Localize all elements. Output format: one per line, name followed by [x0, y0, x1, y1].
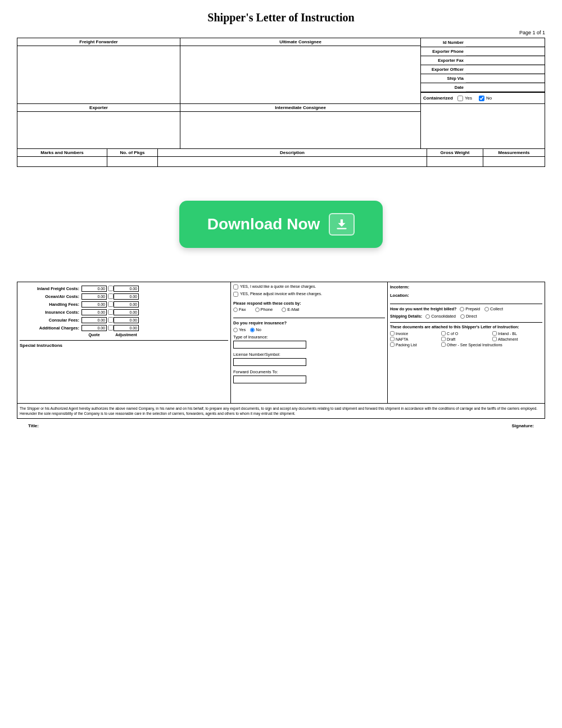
col-marks: Marks and Numbers — [17, 149, 107, 157]
fax-option[interactable]: Fax — [233, 307, 246, 312]
inland-freight-row: Inland Freight Costs: — [20, 284, 228, 292]
ins-yes-label: Yes — [239, 327, 246, 332]
freight-billed-label: How do you want the freight billed? — [390, 307, 456, 311]
additional-charges-row: Additional Charges: — [20, 324, 228, 332]
inland-quote-input[interactable] — [81, 286, 107, 292]
ocean-checkbox[interactable] — [108, 293, 114, 299]
consular-quote-input[interactable] — [81, 317, 107, 323]
exporter-phone-row: Exporter Phone — [421, 47, 545, 56]
invoice-checkbox[interactable] — [390, 331, 395, 336]
yes-option[interactable]: Yes — [457, 96, 472, 101]
invoice-item[interactable]: Invoice — [390, 331, 440, 336]
draft-label: Draft — [447, 337, 455, 341]
additional-quote-input[interactable] — [81, 325, 107, 331]
ocean-quote-input[interactable] — [81, 293, 107, 300]
signature-row: Title: Signature: — [17, 419, 545, 433]
ocean-adj-input[interactable] — [114, 293, 139, 300]
no-checkbox[interactable] — [479, 96, 484, 101]
download-icon — [329, 213, 355, 236]
insurance-adj-input[interactable] — [114, 309, 139, 315]
other-item[interactable]: Other - See Special Instructions — [441, 342, 542, 347]
type-insurance-label: Type of Insurance: — [233, 334, 385, 340]
handling-checkbox[interactable] — [108, 301, 114, 307]
cof-o-checkbox[interactable] — [441, 331, 446, 336]
pkgs-cell — [107, 157, 158, 167]
prepaid-label: Prepaid — [465, 306, 480, 311]
ocean-air-label: Ocean/Air Costs: — [20, 294, 81, 299]
phone-option[interactable]: Phone — [255, 307, 273, 312]
other-checkbox[interactable] — [441, 342, 446, 347]
handling-quote-input[interactable] — [81, 301, 107, 308]
prepaid-option[interactable]: Prepaid — [460, 306, 480, 311]
fax-label: Fax — [239, 307, 246, 312]
additional-adj-input[interactable] — [114, 325, 139, 331]
exporter-officer-row: Exporter Officer — [421, 65, 545, 74]
yes-adjust-checkbox[interactable] — [233, 292, 238, 297]
email-option[interactable]: E-Mail — [282, 307, 299, 312]
packing-list-item[interactable]: Packing List — [390, 342, 440, 347]
inland-adj-input[interactable] — [114, 286, 139, 292]
fax-radio[interactable] — [233, 308, 238, 312]
inland-freight-label: Inland Freight Costs: — [20, 286, 81, 291]
right-fields-panel: Id Number Exporter Phone Exporter Fax Ex… — [421, 38, 545, 103]
direct-radio[interactable] — [460, 314, 465, 319]
ins-yes-radio[interactable] — [233, 328, 238, 332]
handling-adj-input[interactable] — [114, 301, 139, 308]
ins-yes-option[interactable]: Yes — [233, 327, 246, 332]
middle-panel: YES, I would like a quote on these charg… — [231, 282, 388, 403]
table-row — [17, 157, 545, 167]
prepaid-radio[interactable] — [460, 307, 464, 311]
title-label: Title: — [28, 423, 39, 428]
no-option[interactable]: No — [479, 96, 492, 101]
yes-quote-checkbox[interactable] — [233, 284, 238, 290]
insurance-costs-row: Insurance Costs: — [20, 308, 228, 316]
inland-bl-checkbox[interactable] — [492, 331, 497, 336]
consolidated-option[interactable]: Consolidated — [425, 314, 456, 319]
insurance-quote-input[interactable] — [81, 309, 107, 315]
yes-checkbox[interactable] — [457, 96, 463, 101]
insurance-checkbox[interactable] — [108, 309, 114, 315]
col-pkgs: No. of Pkgs — [107, 149, 158, 157]
bottom-section: Inland Freight Costs: Ocean/Air Costs: H… — [17, 282, 545, 404]
shipping-details-label: Shipping Details: — [390, 314, 422, 318]
attachment-checkbox[interactable] — [492, 337, 497, 341]
ins-no-label: No — [256, 327, 261, 332]
nafta-item[interactable]: NAFTA — [390, 337, 440, 341]
attachment-item[interactable]: Attachment — [492, 337, 542, 341]
consular-adj-input[interactable] — [114, 317, 139, 323]
form-row-2: Exporter Intermediate Consignee — [17, 103, 545, 148]
additional-checkbox[interactable] — [108, 325, 114, 331]
nafta-label: NAFTA — [396, 337, 408, 341]
page-title: Shipper's Letter of Instruction — [17, 11, 545, 24]
ins-no-option[interactable]: No — [250, 327, 261, 332]
cost-headers: Quote Adjustment — [20, 333, 228, 337]
inland-bl-item[interactable]: Inland - BL — [492, 331, 542, 336]
packing-list-checkbox[interactable] — [390, 342, 395, 347]
freight-billed-row: How do you want the freight billed? Prep… — [390, 306, 542, 311]
collect-radio[interactable] — [484, 307, 489, 311]
ins-no-radio[interactable] — [250, 328, 255, 332]
yes-quote-label: YES, I would like a quote on these charg… — [240, 284, 316, 288]
license-input[interactable] — [233, 358, 306, 366]
direct-option[interactable]: Direct — [460, 314, 477, 319]
draft-checkbox[interactable] — [441, 337, 446, 341]
consular-checkbox[interactable] — [108, 317, 114, 323]
type-insurance-input[interactable] — [233, 341, 306, 349]
draft-item[interactable]: Draft — [441, 337, 491, 341]
nafta-checkbox[interactable] — [390, 337, 395, 341]
download-button[interactable]: Download Now — [179, 201, 383, 248]
cof-o-item[interactable]: C of O — [441, 331, 491, 336]
collect-option[interactable]: Collect — [484, 306, 503, 311]
download-label: Download Now — [207, 215, 320, 233]
phone-radio[interactable] — [255, 308, 260, 312]
consolidated-radio[interactable] — [425, 314, 430, 319]
forward-input[interactable] — [233, 376, 306, 383]
email-radio[interactable] — [282, 308, 286, 312]
quote-header: Quote — [81, 333, 107, 337]
ultimate-consignee-content — [180, 46, 420, 83]
other-label: Other - See Special Instructions — [447, 343, 502, 347]
inland-checkbox[interactable] — [108, 286, 114, 291]
date-row: Date — [421, 83, 545, 92]
exporter-section: Exporter — [17, 104, 180, 148]
location-label: Location: — [390, 293, 409, 298]
